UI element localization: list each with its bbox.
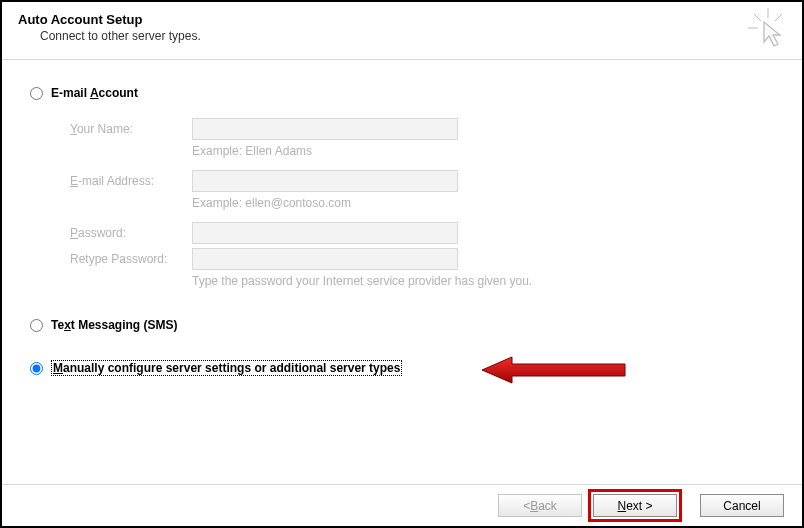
input-password [192,222,458,244]
input-email [192,170,458,192]
label-your-name: Your Name: [70,122,192,136]
annotation-arrow-icon [480,355,630,388]
radio-email-account[interactable] [30,87,43,100]
back-button: < Back [498,494,582,517]
option-manual-config[interactable]: Manually configure server settings or ad… [30,360,774,376]
option-manual-config-label: Manually configure server settings or ad… [51,360,402,376]
row-retype-password: Retype Password: [70,248,774,270]
dialog-body: E-mail Account Your Name: Example: Ellen… [2,60,802,376]
hint-your-name: Example: Ellen Adams [192,144,774,158]
row-your-name: Your Name: [70,118,774,140]
radio-manual-config[interactable] [30,362,43,375]
option-email-account-label: E-mail Account [51,86,138,100]
dialog-subtitle: Connect to other server types. [40,29,786,43]
radio-sms[interactable] [30,319,43,332]
dialog-title: Auto Account Setup [18,12,786,27]
hint-password: Type the password your Internet service … [192,274,774,288]
svg-marker-4 [482,357,625,383]
input-retype-password [192,248,458,270]
label-email: E-mail Address: [70,174,192,188]
email-form-section: Your Name: Example: Ellen Adams E-mail A… [70,118,774,288]
account-setup-dialog: Auto Account Setup Connect to other serv… [0,0,804,528]
svg-line-3 [775,14,782,21]
input-your-name [192,118,458,140]
option-email-account[interactable]: E-mail Account [30,86,774,100]
label-password: Password: [70,226,192,240]
row-password: Password: [70,222,774,244]
option-sms[interactable]: Text Messaging (SMS) [30,318,774,332]
cancel-button[interactable]: Cancel [700,494,784,517]
svg-line-2 [754,14,761,21]
next-button[interactable]: Next > [593,494,677,517]
dialog-footer: < Back Next > Cancel [2,484,802,526]
hint-email: Example: ellen@contoso.com [192,196,774,210]
option-sms-label: Text Messaging (SMS) [51,318,178,332]
label-retype-password: Retype Password: [70,252,192,266]
cursor-star-icon [748,8,788,48]
next-button-highlight: Next > [588,489,682,522]
dialog-header: Auto Account Setup Connect to other serv… [2,2,802,60]
row-email: E-mail Address: [70,170,774,192]
